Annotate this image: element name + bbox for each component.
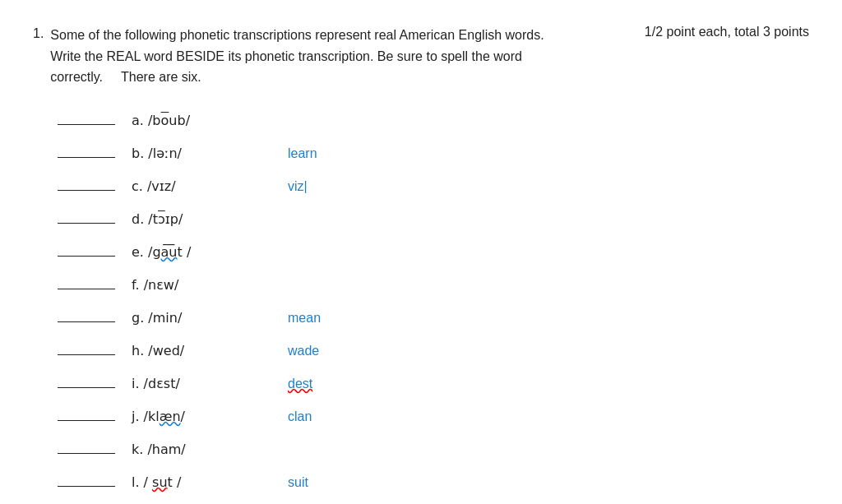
question-there-are-six: There are six. [121, 70, 201, 84]
item-row-d: d. /tɔɪp/ [58, 211, 809, 236]
blank-k [58, 453, 115, 454]
item-row-i: i. /dɛst/ dest [58, 376, 809, 400]
item-row-c: c. /vɪz/ viz| [58, 178, 809, 203]
item-label-d: d. /tɔɪp/ [132, 211, 280, 227]
question-line1-left: Some of the following phonetic transcrip… [50, 25, 612, 88]
item-label-g: g. /min/ [132, 310, 280, 326]
item-row-f: f. /nɛw/ [58, 277, 809, 302]
item-label-k: k. /ham/ [132, 442, 280, 457]
item-row-j: j. /klæn/ clan [58, 409, 809, 433]
question-line1: Some of the following phonetic transcrip… [50, 25, 809, 88]
answer-i: dest [288, 377, 312, 391]
blank-f [58, 289, 115, 289]
question-text: Some of the following phonetic transcrip… [50, 25, 809, 88]
answer-c: viz| [288, 179, 308, 194]
blank-c [58, 190, 115, 191]
item-label-l: l. / sut / [132, 474, 280, 490]
answer-l: suit [288, 475, 308, 490]
blank-a [58, 124, 115, 125]
answer-b: learn [288, 146, 317, 161]
blank-h [58, 354, 115, 355]
item-row-g: g. /min/ mean [58, 310, 809, 335]
question-text-line1: Some of the following phonetic transcrip… [50, 25, 612, 46]
item-row-a: a. /boub/ [58, 113, 809, 137]
question-text-line3: correctly. There are six. [50, 67, 612, 88]
item-row-e: e. /ga͞ut / [58, 244, 809, 269]
item-label-e: e. /ga͞ut / [132, 244, 280, 260]
blank-j [58, 420, 115, 421]
item-row-b: b. /ləːn/ learn [58, 146, 809, 170]
item-row-k: k. /ham/ [58, 442, 809, 466]
question-container: 1. Some of the following phonetic transc… [33, 25, 809, 88]
question-correctly: correctly. [50, 70, 103, 84]
item-row-h: h. /wed/ wade [58, 343, 809, 368]
items-list: a. /boub/ b. /ləːn/ learn c. /vɪz/ viz| … [58, 113, 809, 499]
item-label-c: c. /vɪz/ [132, 178, 280, 194]
question-number: 1. [33, 26, 44, 41]
item-row-l: l. / sut / suit [58, 474, 809, 499]
answer-j: clan [288, 409, 312, 424]
answer-h: wade [288, 344, 319, 358]
question-text-line2: Write the REAL word BESIDE its phonetic … [50, 46, 612, 67]
blank-e [58, 256, 115, 257]
blank-i [58, 387, 115, 388]
answer-g: mean [288, 311, 321, 326]
item-label-f: f. /nɛw/ [132, 277, 280, 293]
item-label-a: a. /boub/ [132, 113, 280, 128]
item-label-b: b. /ləːn/ [132, 146, 280, 161]
item-label-j: j. /klæn/ [132, 409, 280, 424]
blank-l [58, 486, 115, 487]
blank-g [58, 321, 115, 322]
question-points: 1/2 point each, total 3 points [645, 25, 809, 39]
item-label-i: i. /dɛst/ [132, 376, 280, 391]
blank-b [58, 157, 115, 158]
blank-d [58, 223, 115, 224]
item-label-h: h. /wed/ [132, 343, 280, 358]
